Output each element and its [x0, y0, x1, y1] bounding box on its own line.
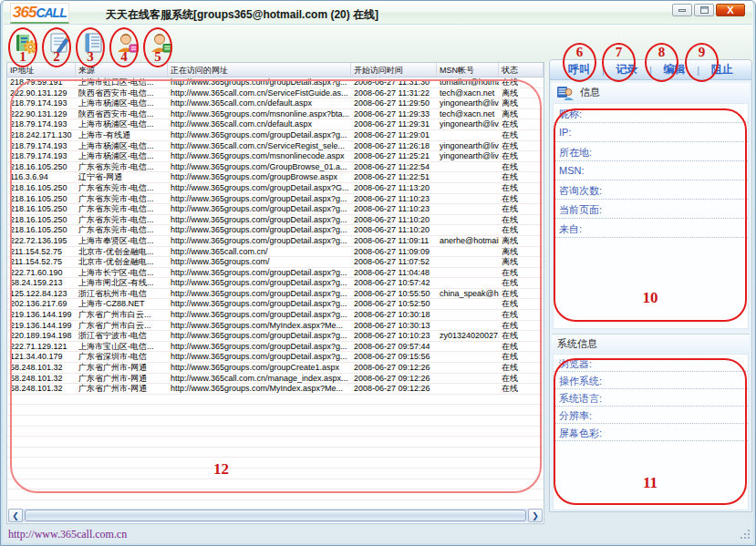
table-row[interactable]: 220.189.194.198浙江省宁波市-电信http://www.365gr… — [7, 331, 544, 342]
table-cell: http://www.365groups.com/groupDetail.asp… — [168, 342, 351, 352]
table-cell: 广东省深圳市-电信 — [76, 352, 168, 362]
horizontal-scrollbar[interactable]: ❮ ❯ — [8, 509, 543, 522]
table-cell — [437, 225, 499, 235]
table-cell — [437, 162, 499, 172]
table-row[interactable]: 58.248.101.32广东省广州市-网通http://www.365grou… — [7, 363, 544, 374]
table-row[interactable]: 218.79.174.193上海市杨浦区-电信...http://www.365… — [7, 151, 544, 162]
table-cell — [437, 395, 499, 405]
table-cell — [168, 458, 351, 468]
table-cell: 离线 — [499, 88, 544, 98]
table-cell: http://www.365groups.com/groupDetail.asp… — [168, 278, 351, 288]
edit-document-icon[interactable] — [47, 31, 72, 56]
table-cell: http://www.365groups.com/groupDetail.asp… — [168, 194, 351, 204]
column-header[interactable]: 正在访问的网址 — [168, 63, 351, 77]
scroll-right-button[interactable]: ❯ — [528, 509, 543, 522]
tab-block[interactable]: 阻止 — [711, 62, 733, 77]
resize-grip-icon[interactable] — [740, 529, 751, 540]
table-cell: tech@xacn.net — [437, 109, 499, 119]
table-row[interactable]: 218.16.105.250广东省东莞市-电信...http://www.365… — [7, 215, 544, 226]
table-cell: 广东省东莞市-电信... — [76, 162, 168, 172]
table-row[interactable]: 218.16.105.250广东省东莞市-电信...http://www.365… — [7, 183, 544, 194]
table-cell — [351, 416, 437, 426]
table-row[interactable]: 121.34.40.179广东省深圳市-电信http://www.365grou… — [7, 352, 544, 363]
table-cell: 北京市-优创金融电... — [76, 257, 168, 267]
table-cell — [168, 479, 351, 489]
table-row[interactable]: 218.16.105.250广东省东莞市-电信...http://www.365… — [7, 194, 544, 205]
table-cell — [76, 437, 168, 447]
table-cell: 上海市奉贤区-电信... — [76, 236, 168, 246]
close-button[interactable]: X — [716, 4, 745, 16]
table-cell: 218.79.174.193 — [7, 98, 76, 108]
table-cell — [499, 489, 544, 500]
table-cell: 121.34.40.179 — [7, 352, 76, 362]
table-row[interactable]: 218.242.171.130上海市-有线通http://www.365grou… — [7, 130, 544, 141]
table-row[interactable]: 218.16.105.250广东省东莞市-电信...http://www.365… — [7, 162, 544, 173]
table-cell — [7, 500, 76, 509]
table-cell: tomailcn@hotma... — [437, 77, 499, 88]
table-cell: 2008-06-27 10:55:50 — [351, 289, 437, 299]
scrollbar-thumb[interactable] — [25, 510, 526, 521]
table-cell: 116.3.6.94 — [7, 172, 76, 182]
table-row[interactable]: 218.79.174.193上海市杨浦区-电信...http://www.365… — [7, 141, 544, 152]
table-cell — [7, 405, 76, 415]
table-row[interactable]: 58.24.159.213上海市闸北区-有线...http://www.365g… — [7, 278, 544, 289]
table-row[interactable]: 222.90.131.129陕西省西安市-电信...http://www.365… — [7, 109, 544, 120]
tab-call[interactable]: 呼叫 — [568, 62, 590, 77]
settings-report-icon[interactable] — [14, 31, 38, 56]
table-cell: 218.79.59.191 — [7, 77, 76, 88]
status-url-link[interactable]: http://www.365call.com.cn — [8, 528, 127, 541]
table-cell — [437, 194, 499, 204]
customer-pink-icon[interactable] — [115, 31, 140, 56]
table-cell: 广东省东莞市-电信... — [76, 225, 168, 235]
table-cell — [351, 469, 437, 479]
table-cell — [437, 257, 499, 267]
scroll-left-button[interactable]: ❮ — [8, 509, 23, 522]
table-row[interactable]: 222.71.129.121上海市宝山区-电信...http://www.365… — [7, 342, 544, 353]
table-cell: 在线 — [499, 215, 544, 225]
table-row[interactable]: 202.136.217.69上海市-CZ88.NEThttp://www.365… — [7, 299, 544, 310]
minimize-button[interactable] — [672, 4, 692, 16]
column-header[interactable]: 状态 — [499, 63, 544, 77]
table-row[interactable]: 58.248.101.32广东省广州市-网通http://www.365grou… — [7, 384, 544, 395]
tab-record[interactable]: 记录 — [616, 62, 637, 77]
field-label: 所在地: — [554, 142, 748, 161]
table-row[interactable]: 58.248.101.32广东省广州市-网通http://www.365call… — [7, 374, 544, 385]
table-row[interactable]: 211.154.52.75北京市-优创金融电...http://www.365c… — [7, 247, 544, 258]
table-row[interactable]: 219.136.144.199广东省广州市白云...http://www.365… — [7, 321, 544, 332]
records-notebook-icon[interactable] — [81, 31, 106, 56]
table-row[interactable]: 218.79.174.193上海市杨浦区-电信...http://www.365… — [7, 98, 544, 109]
maximize-button[interactable] — [694, 4, 714, 16]
table-cell: 上海市-CZ88.NET — [76, 299, 168, 309]
table-cell: 在线 — [499, 342, 544, 352]
table-row[interactable]: 218.79.59.191上海市虹口区-电信...http://www.365g… — [7, 77, 544, 88]
tab-edit[interactable]: 编辑 — [664, 62, 686, 77]
column-header[interactable]: IP地址 — [7, 63, 76, 77]
table-cell: 2008-06-27 09:12:26 — [351, 374, 437, 384]
column-header[interactable]: MSN帐号 — [437, 63, 499, 77]
table-row[interactable]: 211.154.52.75北京市-优创金融电...http://www.365g… — [7, 257, 544, 268]
table-row[interactable]: 218.79.174.193上海市杨浦区-电信...http://www.365… — [7, 119, 544, 130]
table-cell: 浙江省宁波市-电信 — [76, 331, 168, 341]
table-cell — [351, 427, 437, 437]
table-cell: 离线 — [499, 109, 544, 119]
table-cell: anerhe@hotmail... — [437, 236, 499, 246]
table-cell — [499, 395, 544, 405]
table-row[interactable]: 222.90.131.129陕西省西安市-电信...http://www.365… — [7, 88, 544, 99]
table-row[interactable]: 218.16.105.250广东省东莞市-电信...http://www.365… — [7, 204, 544, 215]
table-row[interactable]: 116.3.6.94辽宁省-网通http://www.365groups.com… — [7, 172, 544, 183]
column-header[interactable]: 来源 — [76, 63, 168, 77]
column-header[interactable]: 开始访问时间 — [351, 63, 437, 77]
visitor-detail-panel: 呼叫 | 记录 | 编辑 | 阻止 信息 昵称:IP:所在地:MSN:咨询次数:… — [549, 59, 752, 512]
table-row[interactable]: 125.122.84.123浙江省杭州市-电信http://www.365gro… — [7, 289, 544, 300]
table-row[interactable]: 218.16.105.250广东省东莞市-电信...http://www.365… — [7, 225, 544, 236]
table-cell: 在线 — [499, 384, 544, 394]
customer-green-icon[interactable] — [149, 31, 173, 56]
table-cell: 在线 — [499, 141, 544, 151]
table-row[interactable]: 219.136.144.199广东省广州市白云...http://www.365… — [7, 310, 544, 321]
table-cell — [499, 448, 544, 458]
action-tabs: 呼叫 | 记录 | 编辑 | 阻止 — [550, 60, 751, 80]
table-row[interactable]: 222.71.60.190上海市长宁区-电信...http://www.365g… — [7, 268, 544, 279]
table-cell — [76, 395, 168, 405]
table-row[interactable]: 222.72.136.195上海市奉贤区-电信...http://www.365… — [7, 236, 544, 247]
table-cell — [437, 500, 499, 509]
